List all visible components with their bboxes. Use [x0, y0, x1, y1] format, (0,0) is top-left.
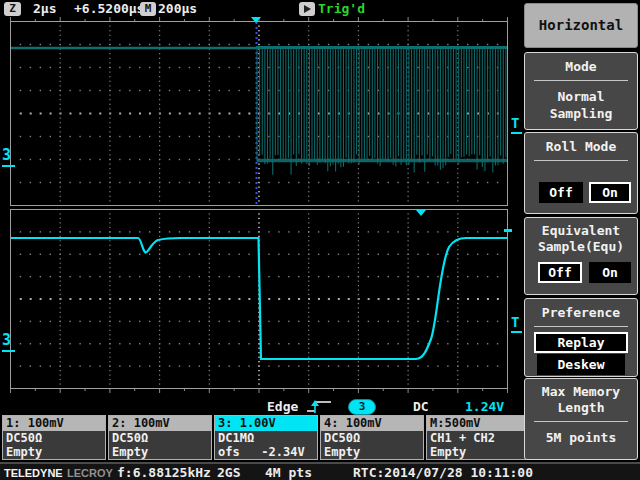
- sample-rate: 2GS: [217, 465, 240, 480]
- channel1-status: Empty: [3, 445, 105, 459]
- preference-title: Preference: [525, 299, 637, 321]
- channel4-descriptor[interactable]: 4: 100mV DC50Ω Empty: [320, 415, 424, 460]
- channel2-descriptor[interactable]: 2: 100mV DC50Ω Empty: [108, 415, 212, 460]
- brand-teledyne: TELEDYNE: [4, 467, 63, 479]
- mode-value: Normal Sampling: [525, 81, 637, 122]
- channel4-status: Empty: [321, 445, 423, 459]
- trigger-level-value[interactable]: 1.24V: [465, 399, 504, 414]
- equivalent-on-button[interactable]: On: [589, 262, 631, 283]
- menu-header-horizontal[interactable]: Horizontal: [524, 3, 638, 48]
- equivalent-sample-title: Equivalent Sample(Equ): [525, 218, 637, 255]
- panel-preference[interactable]: Preference Replay Deskew: [524, 298, 638, 377]
- channel3-descriptor[interactable]: 3: 1.00V DC1MΩ ofs -2.34V: [214, 415, 318, 460]
- trigger-source-badge[interactable]: 3: [348, 399, 376, 415]
- channel1-coupling: DC50Ω: [3, 431, 105, 445]
- main-waveform-grid: [10, 17, 508, 207]
- math-label: M:500mV: [427, 416, 529, 431]
- math-status: Empty: [427, 445, 529, 459]
- channel2-status: Empty: [109, 445, 211, 459]
- panel-equivalent-sample[interactable]: Equivalent Sample(Equ) Off On: [524, 217, 638, 295]
- zoom-delay-value[interactable]: +6.5200µs: [74, 1, 144, 16]
- channel3-marker-bottom-underline: [2, 350, 15, 352]
- edge-trigger-icon: [305, 399, 333, 414]
- channel3-offset: ofs -2.34V: [215, 445, 317, 459]
- channel3-marker-bottom[interactable]: 3: [2, 332, 11, 348]
- channel3-marker-top[interactable]: 3: [2, 147, 11, 163]
- roll-mode-divider: [534, 160, 628, 161]
- trigger-status: Trig'd: [318, 1, 365, 16]
- preference-replay-button[interactable]: Replay: [534, 332, 628, 353]
- trigger-level-marker-top-underline: [511, 132, 522, 134]
- channel4-label: 4: 100mV: [321, 416, 423, 431]
- channel2-label: 2: 100mV: [109, 416, 211, 431]
- brand-lecroy: LECROY: [67, 467, 113, 479]
- main-timebase-badge[interactable]: M: [140, 2, 156, 16]
- panel-mode[interactable]: Mode Normal Sampling: [524, 52, 638, 130]
- rtc-clock: RTC:2014/07/28 10:11:00: [353, 465, 533, 480]
- equivalent-off-button[interactable]: Off: [538, 262, 582, 283]
- channel2-coupling: DC50Ω: [109, 431, 211, 445]
- channel1-descriptor[interactable]: 1: 100mV DC50Ω Empty: [2, 415, 106, 460]
- zoom-waveform-grid: [10, 209, 508, 395]
- zoom-timebase-value[interactable]: 2µs: [33, 1, 56, 16]
- panel-max-memory[interactable]: Max Memory Length 5M points: [524, 378, 638, 460]
- channel4-coupling: DC50Ω: [321, 431, 423, 445]
- math-source: CH1 + CH2: [427, 431, 529, 445]
- preference-divider: [534, 326, 628, 327]
- oscilloscope-screen: Z 2µs +6.5200µs M 200µs Trig'd 3 3 T T E…: [0, 0, 640, 480]
- channel3-trace-zoom: [11, 238, 507, 359]
- roll-mode-off-button[interactable]: Off: [539, 182, 583, 203]
- channel3-coupling: DC1MΩ: [215, 431, 317, 445]
- main-timebase-value[interactable]: 200µs: [158, 1, 197, 16]
- trigger-coupling[interactable]: DC: [413, 399, 429, 414]
- trigger-type[interactable]: Edge: [267, 399, 298, 414]
- trigger-frequency: f:6.88125kHz: [117, 465, 211, 480]
- zoom-timebase-badge[interactable]: Z: [4, 2, 21, 16]
- trigger-level-marker-bottom-underline: [511, 331, 522, 333]
- max-memory-value: 5M points: [525, 422, 637, 446]
- trigger-level-marker-bottom[interactable]: T: [511, 315, 519, 330]
- math-descriptor[interactable]: M:500mV CH1 + CH2 Empty: [426, 415, 530, 460]
- panel-roll-mode[interactable]: Roll Mode Off On: [524, 132, 638, 214]
- acquisition-play-icon: [299, 2, 315, 16]
- roll-mode-on-button[interactable]: On: [589, 182, 631, 203]
- roll-mode-title: Roll Mode: [525, 133, 637, 155]
- status-bar: TELEDYNE LECROY f:6.88125kHz 2GS 4M pts …: [0, 462, 640, 480]
- channel1-label: 1: 100mV: [3, 416, 105, 431]
- channel3-label: 3: 1.00V: [215, 416, 317, 431]
- level-tick-right: [504, 229, 512, 232]
- max-memory-title: Max Memory Length: [525, 379, 637, 416]
- zoom-position-marker[interactable]: [416, 210, 426, 216]
- trigger-level-marker-top[interactable]: T: [511, 116, 519, 131]
- channel3-marker-top-underline: [2, 165, 15, 167]
- mode-title: Mode: [525, 53, 637, 75]
- record-length: 4M pts: [265, 465, 312, 480]
- preference-deskew-button[interactable]: Deskew: [537, 354, 625, 375]
